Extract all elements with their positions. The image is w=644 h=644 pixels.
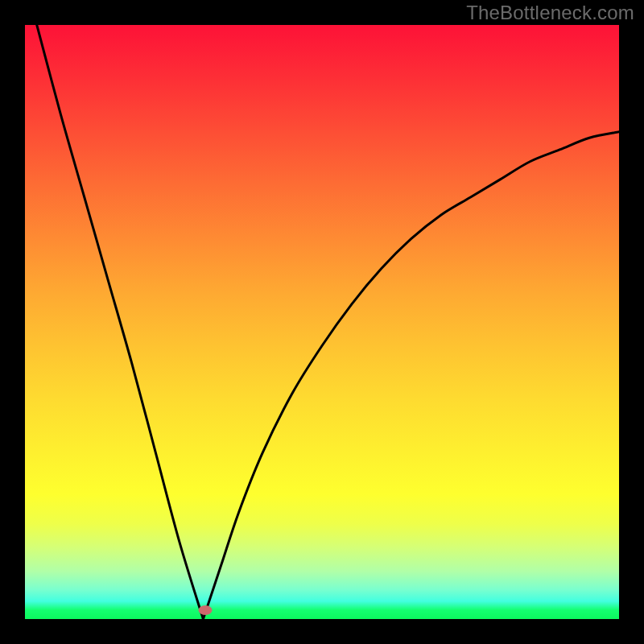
curve-right-branch (203, 132, 619, 619)
chart-container: TheBottleneck.com (0, 0, 644, 644)
plot-area (25, 25, 619, 619)
bottleneck-curve (25, 25, 619, 619)
curve-left-branch (37, 25, 204, 619)
optimum-marker (199, 605, 213, 615)
watermark-text: TheBottleneck.com (466, 2, 634, 24)
